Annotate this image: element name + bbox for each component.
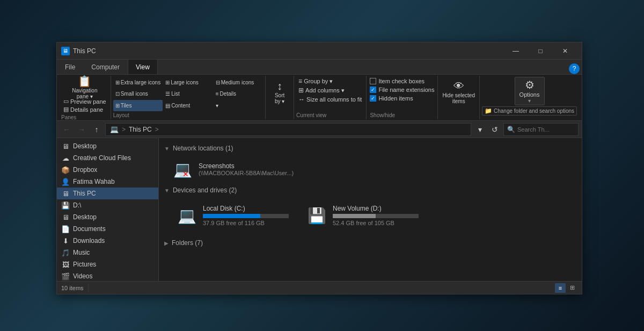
- group-by-button[interactable]: ≡ Group by ▾: [296, 77, 364, 85]
- sidebar-item-desktop2[interactable]: 🖥 Desktop: [57, 211, 158, 223]
- sidebar-item-this-pc[interactable]: 🖥 This PC: [57, 188, 158, 199]
- tab-view[interactable]: View: [128, 59, 158, 74]
- network-drive-icon: 💻 ✕: [172, 159, 193, 180]
- options-button[interactable]: ⚙ Options ▾: [515, 77, 545, 105]
- drive-d-progress: [333, 214, 419, 218]
- drives-grid: 💻 Local Disk (C:) 37.9 GB free of 116 GB…: [163, 196, 577, 235]
- hidden-items-row[interactable]: ✓ Hidden items: [370, 94, 434, 103]
- layout-group: ⊞ Extra large icons ⊞ Large icons ⊟ Medi…: [111, 76, 266, 119]
- sidebar-item-pictures[interactable]: 🖼 Pictures: [57, 258, 158, 270]
- add-columns-icon: ⊞: [298, 87, 304, 94]
- search-input[interactable]: [517, 126, 575, 133]
- sidebar-item-documents[interactable]: 📄 Documents: [57, 223, 158, 235]
- hide-selected-button[interactable]: 👁 Hide selecteditems: [440, 77, 477, 107]
- address-path[interactable]: 💻 > This PC >: [105, 123, 471, 136]
- back-button[interactable]: ←: [60, 123, 73, 136]
- this-pc-icon: 🖥: [61, 189, 70, 198]
- hide-selected-icon: 👁: [453, 80, 464, 92]
- folders-triangle-icon: ▶: [164, 240, 169, 246]
- tiles-view-button[interactable]: ⊞: [567, 283, 577, 293]
- help-button[interactable]: ?: [569, 63, 580, 74]
- large-icons-btn[interactable]: ⊞ Large icons: [163, 77, 213, 88]
- refresh-button[interactable]: ↺: [488, 123, 501, 136]
- medium-icons-btn[interactable]: ⊟ Medium icons: [214, 77, 263, 88]
- address-dropdown-button[interactable]: ▾: [473, 123, 486, 136]
- search-icon: 🔍: [507, 126, 515, 133]
- hidden-items-checkbox[interactable]: ✓: [370, 95, 376, 102]
- details-icon: ≡: [216, 91, 219, 97]
- screenshots-network-item[interactable]: 💻 ✕ Screenshots (\\MACBOOKAIR-5B8A\Mac\U…: [163, 154, 577, 184]
- file-extensions-checkbox[interactable]: ✓: [370, 87, 376, 93]
- extra-large-icons-btn[interactable]: ⊞ Extra large icons: [113, 77, 163, 88]
- drive-c-item[interactable]: 💻 Local Disk (C:) 37.9 GB free of 116 GB: [172, 200, 293, 231]
- desktop2-icon: 🖥: [61, 213, 70, 221]
- showhide-group: Item check boxes ✓ File name extensions …: [367, 76, 438, 119]
- dropbox-icon: 📦: [61, 166, 70, 174]
- sidebar-item-dropbox[interactable]: 📦 Dropbox: [57, 164, 158, 176]
- sidebar-item-videos[interactable]: 🎬 Videos: [57, 270, 158, 281]
- size-all-columns-button[interactable]: ↔ Size all columns to fit: [296, 95, 364, 104]
- search-box: 🔍: [503, 123, 579, 136]
- close-button[interactable]: ✕: [553, 42, 577, 60]
- navigation-pane-button[interactable]: 📋 Navigationpane ▾: [61, 77, 108, 97]
- status-bar: 10 items ≡ ⊞: [57, 281, 582, 294]
- up-button[interactable]: ↑: [90, 123, 103, 136]
- pc-icon: 💻: [110, 125, 119, 133]
- item-checkboxes-checkbox[interactable]: [370, 78, 376, 84]
- sort-icon: ↕: [277, 80, 282, 92]
- list-btn[interactable]: ☰ List: [163, 89, 213, 100]
- tiles-btn[interactable]: ⊞ Tiles: [113, 100, 163, 111]
- item-checkboxes-row[interactable]: Item check boxes: [370, 77, 434, 85]
- list-view-button[interactable]: ≡: [555, 283, 566, 293]
- file-extensions-row[interactable]: ✓ File name extensions: [370, 85, 434, 94]
- tab-computer[interactable]: Computer: [83, 59, 128, 74]
- sort-group: ↕ Sortby ▾: [266, 76, 294, 119]
- details-btn[interactable]: ≡ Details: [214, 89, 263, 100]
- drive-c-fill: [203, 214, 260, 218]
- videos-icon: 🎬: [61, 272, 70, 280]
- downloads-icon: ⬇: [61, 236, 70, 245]
- medium-icon: ⊟: [216, 80, 220, 85]
- tiles-icon: ⊞: [115, 103, 120, 109]
- documents-icon: 📄: [61, 225, 70, 233]
- desktop-icon: 🖥: [61, 142, 70, 150]
- change-folder-search-button[interactable]: 📁 Change folder and search options: [482, 106, 577, 116]
- window-title: This PC: [73, 47, 503, 55]
- minimize-button[interactable]: —: [503, 42, 528, 60]
- network-triangle-icon: ▼: [164, 146, 170, 152]
- network-locations-header[interactable]: ▼ Network locations (1): [163, 142, 577, 154]
- item-count: 10 items: [61, 285, 84, 291]
- main-area: 🖥 Desktop ☁ Creative Cloud Files 📦 Dropb…: [57, 138, 582, 281]
- maximize-button[interactable]: □: [528, 42, 553, 60]
- details-pane-icon: ▤: [63, 106, 69, 113]
- view-toggle: ≡ ⊞: [555, 283, 577, 293]
- sidebar: 🖥 Desktop ☁ Creative Cloud Files 📦 Dropb…: [57, 138, 159, 281]
- details-pane-button[interactable]: ▤ Details pane: [61, 105, 108, 113]
- sort-by-button[interactable]: ↕ Sortby ▾: [268, 77, 291, 107]
- window-icon: 🖥: [61, 47, 70, 55]
- group-by-icon: ≡: [298, 77, 302, 85]
- drive-d-item[interactable]: 💾 New Volume (D:) 52.4 GB free of 105 GB: [302, 200, 423, 231]
- content-btn[interactable]: ▤ Content: [163, 100, 213, 111]
- sidebar-item-d-drive[interactable]: 💾 D:\: [57, 199, 158, 211]
- content-pane: ▼ Network locations (1) 💻 ✕ Screenshots …: [159, 138, 582, 281]
- explorer-window: 🖥 This PC — □ ✕ File Computer View ? 📋 N…: [56, 42, 582, 294]
- sidebar-item-music[interactable]: 🎵 Music: [57, 247, 158, 258]
- breadcrumb-separator: >: [122, 126, 126, 133]
- sidebar-item-creative-cloud[interactable]: ☁ Creative Cloud Files: [57, 152, 158, 164]
- add-columns-button[interactable]: ⊞ Add columns ▾: [296, 86, 364, 95]
- layout-expand-btn[interactable]: ▾: [214, 100, 263, 111]
- window-controls: — □ ✕: [503, 42, 577, 60]
- forward-button[interactable]: →: [75, 123, 88, 136]
- hide-selected-group: 👁 Hide selecteditems: [438, 76, 480, 119]
- size-columns-icon: ↔: [298, 96, 305, 103]
- folders-header[interactable]: ▶ Folders (7): [163, 237, 577, 249]
- tab-file[interactable]: File: [57, 59, 83, 74]
- sidebar-item-downloads[interactable]: ⬇ Downloads: [57, 235, 158, 247]
- devices-drives-header[interactable]: ▼ Devices and drives (2): [163, 184, 577, 196]
- sidebar-item-desktop[interactable]: 🖥 Desktop: [57, 140, 158, 152]
- panes-group: 📋 Navigationpane ▾ ▭ Preview pane ▤ Deta…: [59, 76, 111, 119]
- small-icons-btn[interactable]: ⊡ Small icons: [113, 89, 163, 100]
- sidebar-item-fatima[interactable]: 👤 Fatima Wahab: [57, 176, 158, 188]
- preview-pane-button[interactable]: ▭ Preview pane: [61, 97, 108, 105]
